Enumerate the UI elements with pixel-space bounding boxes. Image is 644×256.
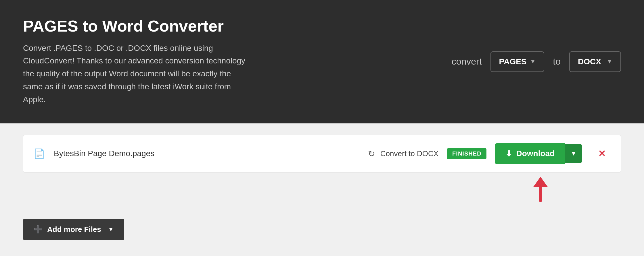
file-name: BytesBin Page Demo.pages [54,149,359,158]
from-format-dropdown[interactable]: PAGES ▼ [490,51,545,72]
chevron-down-icon-2: ▼ [607,58,612,65]
hero-section: PAGES to Word Converter Convert .PAGES t… [0,0,644,123]
red-arrow-svg [523,175,558,204]
refresh-icon: ↻ [368,149,375,159]
hero-description: Convert .PAGES to .DOC or .DOCX files on… [23,42,247,106]
download-icon: ⬇ [505,149,512,158]
arrow-annotation [23,175,621,204]
chevron-down-icon: ▼ [530,58,536,65]
svg-marker-1 [533,177,548,187]
separator [23,213,621,213]
add-files-button[interactable]: ➕ Add more Files ▼ [23,219,124,240]
close-button[interactable]: ✕ [593,145,610,162]
convert-label: convert [452,56,482,67]
download-group: ⬇ Download ▼ [495,143,582,164]
hero-right: convert PAGES ▼ to DOCX ▼ [452,51,621,72]
add-files-label: Add more Files [47,225,101,234]
file-row: 📄 BytesBin Page Demo.pages ↻ Convert to … [23,135,621,172]
download-label: Download [516,149,555,158]
content-section: 📄 BytesBin Page Demo.pages ↻ Convert to … [0,123,644,256]
hero-left: PAGES to Word Converter Convert .PAGES t… [23,17,247,106]
chevron-down-icon-4: ▼ [108,226,114,233]
close-icon: ✕ [598,148,606,159]
convert-action-text: Convert to DOCX [380,149,438,158]
download-button[interactable]: ⬇ Download [495,143,565,164]
add-files-icon: ➕ [33,225,43,234]
page-title: PAGES to Word Converter [23,17,247,35]
status-badge: FINISHED [447,148,486,159]
to-format-label: DOCX [578,57,601,66]
chevron-down-icon-3: ▼ [570,150,577,157]
download-chevron-button[interactable]: ▼ [565,144,582,163]
from-format-label: PAGES [499,57,527,66]
file-icon: 📄 [34,148,45,159]
to-format-dropdown[interactable]: DOCX ▼ [569,51,621,72]
to-label: to [553,56,561,67]
convert-action: ↻ Convert to DOCX [368,149,438,159]
